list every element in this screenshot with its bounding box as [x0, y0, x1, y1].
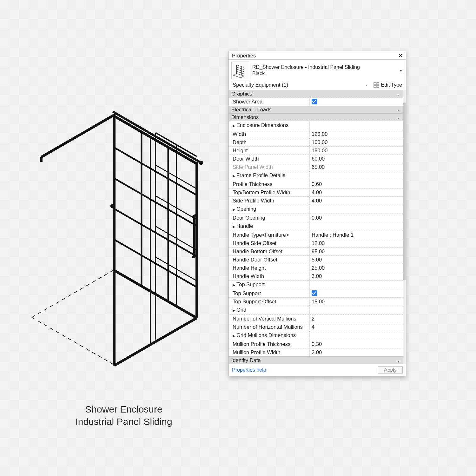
section-graphics[interactable]: Graphics⌃: [229, 90, 403, 97]
vertical-scrollbar[interactable]: [403, 90, 406, 364]
property-label: Handle Height: [229, 264, 310, 272]
property-row[interactable]: Shower Area: [229, 97, 403, 106]
property-row[interactable]: Top Support Offset15.00: [229, 297, 403, 306]
property-value[interactable]: Handle : Handle 1: [310, 231, 403, 239]
section-identity-data[interactable]: Identity Data⌄: [229, 356, 403, 364]
property-row[interactable]: Handle Width3.00: [229, 272, 403, 280]
apply-button[interactable]: Apply: [378, 366, 403, 374]
collapse-icon[interactable]: ⌃: [397, 115, 400, 120]
property-value[interactable]: [310, 121, 403, 130]
property-value[interactable]: 12.00: [310, 239, 403, 247]
property-row[interactable]: Grid: [229, 306, 403, 314]
property-value[interactable]: [310, 331, 403, 340]
property-value[interactable]: 0.60: [310, 180, 403, 188]
property-label: Grid Mullions Dimensions: [229, 331, 310, 340]
property-value[interactable]: [310, 98, 403, 106]
property-row[interactable]: Top Support: [229, 289, 403, 297]
properties-help-link[interactable]: Properties help: [232, 367, 266, 373]
property-value[interactable]: 0.00: [310, 214, 403, 222]
property-row[interactable]: Handle: [229, 222, 403, 231]
property-value[interactable]: 15.00: [310, 298, 403, 306]
property-row[interactable]: Mullion Profile Thickness0.30: [229, 340, 403, 348]
property-row[interactable]: Top/Bottom Profile Width4.00: [229, 188, 403, 196]
property-row[interactable]: Mullion Profile Width2.00: [229, 348, 403, 356]
expand-icon[interactable]: ⌄: [397, 358, 400, 363]
property-value[interactable]: 2.00: [310, 348, 403, 356]
property-label: Width: [229, 130, 310, 138]
chevron-down-icon[interactable]: ▾: [399, 68, 403, 73]
property-value[interactable]: 25.00: [310, 264, 403, 272]
property-label: Door Width: [229, 155, 310, 163]
collapse-icon[interactable]: ⌃: [397, 92, 400, 96]
chevron-down-icon: ⌄: [366, 83, 369, 87]
edit-type-icon: [374, 82, 379, 88]
svg-rect-36: [374, 83, 376, 85]
property-row[interactable]: Handle Height25.00: [229, 264, 403, 272]
property-label: Side Profile Width: [229, 197, 310, 205]
checkbox-checked-icon[interactable]: [312, 290, 317, 296]
edit-type-button[interactable]: Edit Type: [372, 82, 403, 89]
property-value[interactable]: [310, 222, 403, 231]
property-value[interactable]: 5.00: [310, 256, 403, 264]
property-row[interactable]: Height190.00: [229, 146, 403, 155]
property-value[interactable]: 95.00: [310, 248, 403, 255]
property-value[interactable]: [310, 205, 403, 214]
property-value[interactable]: 190.00: [310, 147, 403, 155]
property-row[interactable]: Opening: [229, 205, 403, 214]
property-label: Number of Horizontal Mullions: [229, 323, 310, 331]
svg-line-33: [236, 71, 244, 74]
property-row[interactable]: Profile Thickness0.60: [229, 180, 403, 188]
type-name-block: RD_Shower Enclosure - Industrial Panel S…: [252, 64, 395, 77]
property-row[interactable]: Number of Vertical Mullions2: [229, 314, 403, 323]
property-row[interactable]: Number of Horizontal Mullions4: [229, 323, 403, 331]
svg-line-32: [236, 69, 244, 72]
property-value[interactable]: 4.00: [310, 188, 403, 196]
property-label: Profile Thickness: [229, 180, 310, 188]
property-value[interactable]: [310, 306, 403, 314]
selector-text: Specialty Equipment (1): [233, 82, 288, 88]
property-value[interactable]: [310, 281, 403, 289]
property-row[interactable]: Top Support: [229, 280, 403, 289]
properties-grid: Graphics⌃Shower AreaElectrical - Loads⌄D…: [229, 90, 403, 364]
property-value[interactable]: 4: [310, 323, 403, 331]
property-label: Top Support Offset: [229, 298, 310, 306]
property-value[interactable]: [310, 171, 403, 180]
panel-titlebar[interactable]: Properties ✕: [229, 51, 406, 60]
property-value[interactable]: 3.00: [310, 272, 403, 280]
edit-type-label: Edit Type: [381, 82, 402, 88]
property-value[interactable]: 0.30: [310, 340, 403, 348]
property-row[interactable]: Frame Profile Details: [229, 171, 403, 180]
property-value[interactable]: 65.00: [310, 163, 403, 171]
checkbox-checked-icon[interactable]: [312, 99, 317, 104]
property-row[interactable]: Handle Type<Furniture>Handle : Handle 1: [229, 231, 403, 239]
caption-line1: Shower Enclosure: [51, 403, 197, 415]
property-row[interactable]: Door Width60.00: [229, 155, 403, 163]
section-dimensions[interactable]: Dimensions⌃: [229, 113, 403, 121]
close-icon[interactable]: ✕: [398, 52, 403, 59]
property-row[interactable]: Side Panel Width65.00: [229, 163, 403, 171]
property-row[interactable]: Enclosure Dimensions: [229, 121, 403, 130]
property-label: Depth: [229, 138, 310, 146]
property-label: Enclosure Dimensions: [229, 121, 310, 130]
property-row[interactable]: Grid Mullions Dimensions: [229, 331, 403, 340]
property-value[interactable]: [310, 289, 403, 297]
category-selector[interactable]: Specialty Equipment (1) ⌄: [231, 81, 370, 89]
property-value[interactable]: 120.00: [310, 130, 403, 138]
property-row[interactable]: Handle Side Offset12.00: [229, 239, 403, 247]
property-row[interactable]: Handle Bottom Offset95.00: [229, 247, 403, 255]
expand-icon[interactable]: ⌄: [397, 108, 400, 112]
property-label: Handle: [229, 222, 310, 231]
property-row[interactable]: Handle Door Offset5.00: [229, 255, 403, 264]
property-value[interactable]: 4.00: [310, 197, 403, 205]
property-value[interactable]: 2: [310, 315, 403, 323]
enclosure-3d-view: [19, 95, 222, 393]
section-electrical-loads[interactable]: Electrical - Loads⌄: [229, 106, 403, 113]
property-row[interactable]: Width120.00: [229, 130, 403, 138]
type-selector[interactable]: RD_Shower Enclosure - Industrial Panel S…: [229, 60, 406, 81]
property-row[interactable]: Door Opening0.00: [229, 214, 403, 222]
property-row[interactable]: Side Profile Width4.00: [229, 196, 403, 205]
property-value[interactable]: 100.00: [310, 138, 403, 146]
property-row[interactable]: Depth100.00: [229, 138, 403, 146]
property-label: Mullion Profile Thickness: [229, 340, 310, 348]
property-value[interactable]: 60.00: [310, 155, 403, 163]
